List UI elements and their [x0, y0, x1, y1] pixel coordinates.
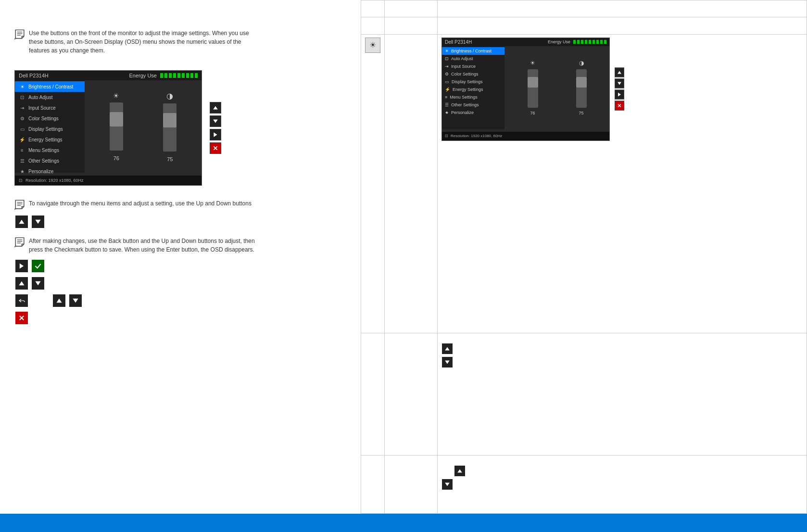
svg-marker-31 [445, 482, 450, 486]
back-button[interactable] [15, 294, 28, 307]
sm-other-icon: ☰ [445, 102, 449, 107]
osd-menu-color-settings[interactable]: ⚙ Color Settings [15, 113, 85, 124]
cell-3-3: Dell P2314H Energy Use [438, 34, 807, 333]
osd-sm-color[interactable]: ⚙ Color Settings [442, 70, 504, 78]
resolution-icon-left: ⊡ [19, 178, 23, 183]
sm-contrast-slider-icon: ◑ [579, 60, 584, 66]
cell-1-1 [361, 0, 385, 17]
osd-menu-personalize[interactable]: ★ Personalize [15, 166, 85, 177]
down-button-3[interactable] [69, 294, 82, 307]
right-enter-button[interactable] [15, 260, 28, 272]
osd-sm-auto-adjust[interactable]: ⊡ Auto Adjust [442, 55, 504, 63]
osd-footer: ⊡ Resolution: 1920 x1080, 60Hz [15, 176, 202, 185]
svg-marker-20 [73, 299, 78, 303]
table-up-btn-2[interactable] [454, 466, 465, 476]
sm-res-icon: ⊡ [445, 134, 448, 138]
sm-resolution: Resolution: 1920 x1080, 60Hz [451, 134, 502, 138]
table-row-2 [361, 17, 807, 34]
note-block-1: Use the buttons on the front of the moni… [14, 29, 260, 55]
energy-seg-1 [160, 73, 163, 78]
sm-brightness-group: ☀ 76 [528, 60, 538, 115]
resolution-text: Resolution: 1920 x1080, 60Hz [25, 178, 84, 183]
sm-energy-label: Energy Settings [453, 87, 483, 92]
osd-menu-brightness[interactable]: ☀ Brightness / Contrast [15, 81, 85, 92]
osd-menu-other-label: Other Settings [28, 158, 59, 164]
osd-menu-menu-settings[interactable]: ≡ Menu Settings [15, 145, 85, 155]
osd-menu-input-source[interactable]: ⇥ Input Source [15, 102, 85, 113]
up-button[interactable] [15, 215, 28, 228]
svg-marker-18 [35, 281, 40, 285]
brightness-thumb [110, 112, 123, 127]
table-up-btn-1[interactable] [442, 343, 453, 354]
osd-menu-auto-adjust[interactable]: ⊡ Auto Adjust [15, 92, 85, 102]
sm-person-label: Personalize [451, 110, 474, 115]
main-content-table: ☀ Dell P2314H Energy Use [361, 0, 807, 514]
sm-nav-right[interactable] [615, 90, 624, 100]
sm-auto-label: Auto Adjust [451, 56, 473, 61]
osd-sm-personalize[interactable]: ★ Personalize [442, 109, 504, 116]
contrast-slider-group: ◑ 75 [163, 91, 177, 162]
contrast-value: 75 [167, 156, 173, 162]
osd-menu-auto-adjust-label: Auto Adjust [28, 95, 53, 100]
osd-menu-other-settings[interactable]: ☰ Other Settings [15, 155, 85, 166]
osd-menu-energy-label: Energy Settings [28, 137, 63, 142]
svg-marker-19 [56, 299, 62, 303]
up-button-3[interactable] [53, 294, 65, 307]
cell-5-2 [385, 456, 438, 514]
svg-marker-24 [618, 82, 621, 85]
nav-up-btn[interactable] [210, 102, 221, 114]
btn-row-2 [14, 276, 260, 291]
down-button[interactable] [32, 215, 44, 228]
sm-nav-down[interactable] [615, 79, 624, 89]
osd-menu-personalize-label: Personalize [28, 169, 53, 174]
table-row-1 [361, 0, 807, 17]
osd-sm-display[interactable]: ▭ Display Settings [442, 78, 504, 86]
energy-seg-8 [190, 73, 193, 78]
osd-sm-other[interactable]: ☰ Other Settings [442, 101, 504, 109]
color-settings-icon: ⚙ [19, 115, 25, 122]
sm-other-label: Other Settings [451, 102, 479, 107]
osd-menu-display-settings[interactable]: ▭ Display Settings [15, 124, 85, 134]
button-icons-section [14, 259, 260, 325]
sm-person-icon: ★ [445, 110, 449, 115]
osd-menu-display-label: Display Settings [28, 127, 63, 132]
osd-sm-energy-label: Energy Use [548, 39, 570, 44]
osd-sm-energy[interactable]: ⚡ Energy Settings [442, 86, 504, 93]
svg-marker-28 [445, 347, 450, 351]
note-icon-1 [14, 29, 25, 39]
sm-bright-label: Brightness / Contrast [451, 49, 492, 53]
osd-menu-energy-settings[interactable]: ⚡ Energy Settings [15, 134, 85, 145]
note-block-3: After making changes, use the Back butto… [14, 237, 260, 254]
checkmark-button[interactable] [32, 260, 44, 272]
close-exit-button[interactable] [15, 312, 28, 324]
nav-down-btn[interactable] [210, 115, 221, 127]
osd-sm-energy-bar: Energy Use [548, 39, 606, 44]
btn-row-3 [14, 293, 260, 308]
osd-sm-wrapper: Dell P2314H Energy Use [441, 38, 610, 141]
sm-nav-up[interactable] [615, 68, 624, 77]
osd-sm-brightness[interactable]: ☀ Brightness / Contrast [442, 47, 504, 55]
osd-sm-input-source[interactable]: ⇥ Input Source [442, 63, 504, 70]
svg-marker-4 [213, 119, 218, 123]
sm-contrast-thumb [576, 77, 587, 88]
sm-color-label: Color Settings [451, 72, 479, 76]
table-down-btn-2[interactable] [442, 479, 453, 490]
sm-seg-2 [577, 40, 580, 44]
osd-menu: ☀ Brightness / Contrast ⊡ Auto Adjust ⇥ … [15, 80, 85, 173]
osd-sm-menu-settings[interactable]: ≡ Menu Settings [442, 93, 504, 101]
nav-right-btn[interactable] [210, 129, 221, 140]
energy-bar: Energy Use [129, 73, 198, 78]
nav-close-btn[interactable] [210, 142, 221, 154]
table-down-btn-1[interactable] [442, 357, 453, 367]
sm-nav-close[interactable] [615, 101, 624, 111]
up-button-2[interactable] [15, 277, 28, 290]
btn-row-1 [14, 259, 260, 273]
sm-contrast-group: ◑ 75 [576, 60, 587, 115]
menu-settings-icon: ≡ [19, 147, 25, 153]
sm-seg-5 [589, 40, 591, 44]
down-button-2[interactable] [32, 277, 44, 290]
cell-1-3 [438, 0, 807, 17]
contrast-slider-track [163, 103, 177, 152]
osd-sm-sliders: ☀ 76 ◑ [504, 46, 609, 129]
sm-display-label: Display Settings [452, 79, 483, 84]
